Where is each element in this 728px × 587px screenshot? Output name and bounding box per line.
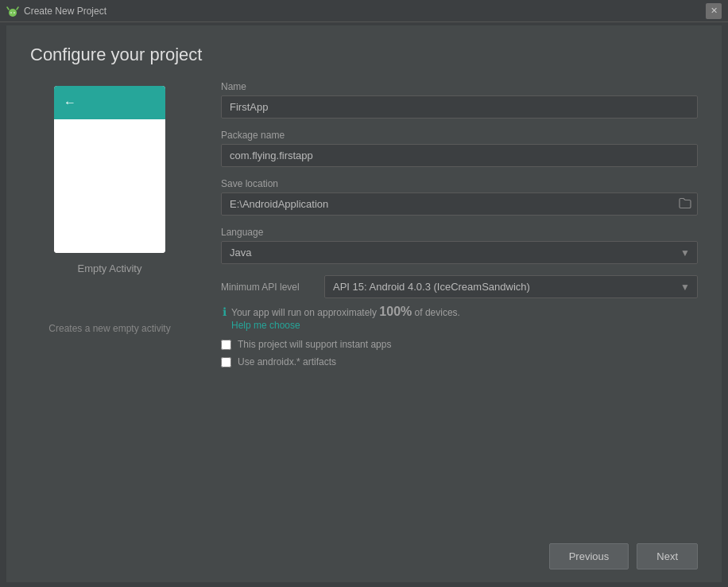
- title-bar-text: Create New Project: [24, 6, 106, 17]
- back-arrow-icon: ←: [64, 95, 76, 110]
- phone-preview: ←: [54, 86, 165, 253]
- language-select[interactable]: Java Kotlin: [221, 241, 698, 264]
- api-level-select-wrapper: API 15: Android 4.0.3 (IceCreamSandwich)…: [324, 275, 698, 298]
- dialog-body: ← Empty Activity Creates a new empty act…: [6, 78, 722, 531]
- dialog-title: Configure your project: [30, 45, 698, 65]
- package-group: Package name: [221, 130, 698, 167]
- right-panel: Name Package name Save location: [221, 78, 698, 531]
- dialog: Configure your project ← Empty Activity …: [6, 25, 722, 582]
- info-text-suffix: of devices.: [412, 307, 460, 318]
- left-panel: ← Empty Activity Creates a new empty act…: [30, 78, 189, 531]
- svg-point-0: [9, 9, 17, 17]
- svg-point-4: [14, 12, 15, 14]
- save-location-label: Save location: [221, 178, 698, 189]
- api-level-select[interactable]: API 15: Android 4.0.3 (IceCreamSandwich)…: [324, 275, 698, 298]
- instant-apps-label[interactable]: This project will support instant apps: [238, 339, 391, 350]
- info-box: ℹ Your app will run on approximately 100…: [221, 305, 698, 331]
- folder-icon[interactable]: [679, 197, 691, 211]
- package-input[interactable]: [221, 144, 698, 167]
- close-button[interactable]: ✕: [706, 3, 722, 19]
- svg-line-2: [17, 7, 18, 10]
- package-label: Package name: [221, 130, 698, 141]
- save-location-input-wrapper: [221, 192, 698, 216]
- dialog-footer: Previous Next: [6, 531, 722, 582]
- name-group: Name: [221, 81, 698, 119]
- language-group: Language Java Kotlin ▼: [221, 227, 698, 264]
- save-location-input[interactable]: [221, 192, 698, 216]
- androidx-checkbox[interactable]: [221, 357, 231, 367]
- name-input[interactable]: [221, 95, 698, 119]
- info-icon: ℹ: [223, 305, 227, 318]
- instant-apps-checkbox-row: This project will support instant apps: [221, 339, 698, 350]
- language-select-wrapper: Java Kotlin ▼: [221, 241, 698, 264]
- help-me-choose-link[interactable]: Help me choose: [231, 320, 460, 331]
- api-level-label: Minimum API level: [221, 282, 316, 293]
- activity-label: Empty Activity: [78, 262, 142, 274]
- language-label: Language: [221, 227, 698, 238]
- androidx-checkbox-row: Use androidx.* artifacts: [221, 356, 698, 367]
- instant-apps-checkbox[interactable]: [221, 340, 231, 350]
- androidx-label[interactable]: Use androidx.* artifacts: [238, 356, 336, 367]
- save-location-group: Save location: [221, 178, 698, 216]
- info-bold-text: 100%: [379, 305, 412, 318]
- phone-preview-body: [54, 119, 165, 253]
- app-icon: [6, 5, 19, 17]
- svg-line-1: [7, 7, 9, 10]
- info-text-prefix: Your app will run on approximately: [231, 307, 379, 318]
- svg-point-3: [10, 12, 12, 14]
- api-level-row: Minimum API level API 15: Android 4.0.3 …: [221, 275, 698, 298]
- phone-preview-header: ←: [54, 86, 165, 119]
- next-button[interactable]: Next: [637, 543, 698, 570]
- activity-description: Creates a new empty activity: [48, 322, 170, 336]
- previous-button[interactable]: Previous: [549, 543, 629, 570]
- name-label: Name: [221, 81, 698, 92]
- dialog-header: Configure your project: [6, 25, 722, 78]
- title-bar: Create New Project ✕: [0, 0, 728, 22]
- info-content: Your app will run on approximately 100% …: [231, 305, 460, 331]
